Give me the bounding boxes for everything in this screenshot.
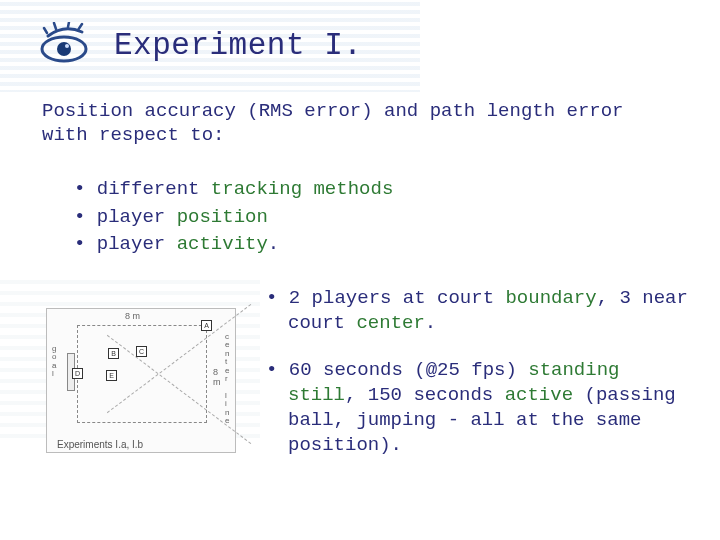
bullet-tracking-methods: different tracking methods bbox=[74, 176, 393, 204]
keyword: position bbox=[177, 206, 268, 228]
marker-a: A bbox=[201, 320, 212, 331]
slide: Experiment I. Position accuracy (RMS err… bbox=[0, 0, 720, 540]
marker-d: D bbox=[72, 368, 83, 379]
marker-e: E bbox=[106, 370, 117, 381]
slide-title: Experiment I. bbox=[114, 28, 362, 63]
keyword: tracking bbox=[211, 178, 302, 200]
svg-point-1 bbox=[57, 42, 71, 56]
bullet-timing-activity: 60 seconds (@25 fps) standing still, 150… bbox=[266, 358, 692, 458]
marker-c: C bbox=[136, 346, 147, 357]
text: . bbox=[425, 312, 436, 334]
text: player bbox=[97, 233, 177, 255]
text: . bbox=[268, 233, 279, 255]
dim-horizontal: 8 m bbox=[125, 311, 140, 321]
diagram-canvas: g o a l 8 m 8 m A B C D E c e n t e r l … bbox=[75, 315, 223, 433]
top-bullet-list: different tracking methods player positi… bbox=[74, 176, 393, 259]
court-diagram: g o a l 8 m 8 m A B C D E c e n t e r l … bbox=[46, 308, 236, 453]
keyword: methods bbox=[313, 178, 393, 200]
bullet-player-position: player position bbox=[74, 204, 393, 232]
bullet-player-activity: player activity. bbox=[74, 231, 393, 259]
text bbox=[302, 178, 313, 200]
intro-text: Position accuracy (RMS error) and path l… bbox=[42, 100, 680, 148]
keyword: center bbox=[356, 312, 424, 334]
bullet-players-positions: 2 players at court boundary, 3 near cour… bbox=[266, 286, 692, 336]
svg-point-2 bbox=[65, 44, 69, 48]
court-outline: A B C D E bbox=[77, 325, 207, 423]
eye-logo-icon bbox=[38, 22, 90, 68]
keyword: active bbox=[505, 384, 573, 406]
diagram-caption: Experiments I.a, I.b bbox=[53, 439, 229, 450]
text: , 150 seconds bbox=[345, 384, 505, 406]
right-bullet-list: 2 players at court boundary, 3 near cour… bbox=[266, 286, 692, 480]
title-row: Experiment I. bbox=[38, 16, 700, 74]
diagram-frame: g o a l 8 m 8 m A B C D E c e n t e r l … bbox=[46, 308, 236, 453]
keyword: activity bbox=[177, 233, 268, 255]
text: 60 seconds (@25 fps) bbox=[289, 359, 528, 381]
text: different bbox=[97, 178, 211, 200]
dim-vertical: 8 m bbox=[213, 367, 223, 387]
text: 2 players at court bbox=[289, 287, 506, 309]
text: player bbox=[97, 206, 177, 228]
center-line-label: c e n t e r l i n e bbox=[225, 333, 245, 425]
keyword: boundary bbox=[505, 287, 596, 309]
diagonal-2 bbox=[78, 326, 206, 422]
marker-b: B bbox=[108, 348, 119, 359]
